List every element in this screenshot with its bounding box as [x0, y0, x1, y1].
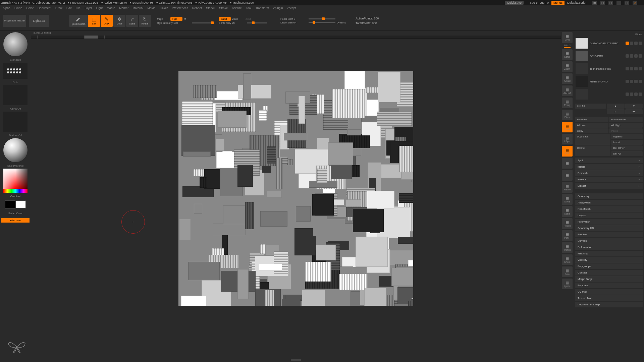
persp-button[interactable]: ▦Persp [562, 98, 573, 108]
arrow-right-icon[interactable]: ▸ [607, 109, 625, 114]
paste-button[interactable]: Paste [609, 128, 643, 133]
menu-marker[interactable]: Marker [119, 6, 128, 10]
focal-shift-slider[interactable] [309, 18, 335, 19]
menu-draw[interactable]: Draw [55, 6, 62, 10]
subtool-item[interactable]: Medallion.PRO [575, 75, 643, 87]
color-swatch-white[interactable] [16, 200, 26, 208]
zoom-button[interactable]: ▦Zoom [562, 61, 573, 72]
maximize-icon[interactable]: ▢ [625, 1, 629, 5]
insert-button[interactable]: Insert [611, 140, 643, 145]
draw-size-slider[interactable] [309, 22, 335, 23]
mrgb-button[interactable]: Mrgb [157, 17, 169, 20]
projection-master-button[interactable]: Projection Master [3, 15, 26, 27]
edit-mode-button[interactable]: ⬚Edit [88, 15, 100, 27]
quicksave-button[interactable]: QuickSave [505, 1, 524, 5]
rgb-button[interactable]: Rgb [170, 17, 182, 21]
layers-section[interactable]: Layers [575, 213, 643, 218]
ghost-button[interactable]: ▦Ghost [562, 254, 573, 265]
brush-thumbnail[interactable] [3, 32, 28, 56]
local-button[interactable]: ▦Local [562, 122, 573, 132]
visibility-section[interactable]: Visibility [575, 257, 643, 263]
menu-zplugin[interactable]: Zplugin [273, 6, 283, 10]
window-icon-2[interactable]: ▢ [600, 1, 605, 5]
duplicate-button[interactable]: Duplicate [575, 134, 610, 145]
floor-button[interactable]: ▦Floor [562, 110, 573, 120]
extract-dropdown[interactable]: Extract [575, 183, 643, 189]
rgb-intensity-slider[interactable] [192, 22, 212, 23]
menu-stroke[interactable]: Stroke [219, 6, 228, 10]
z-intensity-slider[interactable] [247, 22, 267, 23]
color-picker[interactable] [3, 169, 28, 193]
color-swatch-black[interactable] [5, 200, 15, 208]
alllow-button[interactable]: All Low [575, 123, 608, 128]
scale-button[interactable]: ▦Scale [562, 206, 573, 217]
subtool-item[interactable]: DIAMOND-PLATE-PRO [575, 37, 643, 49]
rotate-mode-button[interactable]: ↻Rotate [139, 15, 151, 27]
split-dropdown[interactable]: Split [575, 158, 643, 163]
list-all-button[interactable]: List All [575, 104, 606, 109]
xyz-button[interactable]: ▦XYZ [562, 146, 573, 157]
rt-10-button[interactable]: ▦ [562, 158, 573, 169]
lsym-button[interactable]: ▦LSym [562, 134, 573, 144]
menu-movie[interactable]: Movie [147, 6, 155, 10]
canvas[interactable]: 0.999,-0.999,0 [31, 31, 561, 362]
subtool-item[interactable] [575, 88, 643, 100]
bottom-handle-icon[interactable] [291, 359, 301, 361]
contact-section[interactable]: Contact [575, 270, 643, 276]
menu-picker[interactable]: Picker [159, 6, 168, 10]
menu-alpha[interactable]: Alpha [3, 6, 10, 10]
window-icon-3[interactable]: ▢ [608, 1, 613, 5]
menu-tool[interactable]: Tool [246, 6, 252, 10]
stroke-thumbnail[interactable] [3, 63, 28, 79]
menu-file[interactable]: File [76, 6, 81, 10]
menu-preferences[interactable]: Preferences [172, 6, 188, 10]
move-button[interactable]: ▦Move [562, 194, 573, 205]
focal-shift-label[interactable]: Focal Shift 0 [280, 17, 307, 20]
switchcolor-button[interactable]: SwitchColor [1, 211, 30, 216]
lightbox-button[interactable]: LightBox [29, 15, 49, 27]
arrow-down-icon[interactable]: ▼ [625, 104, 643, 109]
material-thumbnail[interactable] [3, 138, 28, 162]
allhigh-button[interactable]: All High [609, 123, 643, 128]
morph-target-section[interactable]: Morph Target [575, 276, 643, 282]
zcut-button[interactable]: Zcut [246, 17, 258, 20]
subtool-item[interactable]: Tech-Panels-PRO [575, 63, 643, 75]
alpha-thumbnail[interactable] [3, 85, 28, 105]
scale-mode-button[interactable]: ⤢Scale [126, 15, 138, 27]
copy-button[interactable]: Copy [575, 128, 608, 133]
close-icon[interactable]: ✕ [633, 1, 637, 5]
dynamic-label[interactable]: Dynamic [337, 21, 349, 24]
menu-render[interactable]: Render [192, 6, 202, 10]
z-intensity-label[interactable]: Z Intensity 25 [219, 21, 246, 24]
texture-map-section[interactable]: Texture Map [575, 295, 643, 301]
actual-button[interactable]: ▦Actual [562, 73, 573, 84]
polyf-button[interactable]: ▦PolyF [562, 230, 573, 241]
texture-thumbnail[interactable] [3, 112, 28, 132]
rt-11-button[interactable]: ▦ [562, 170, 573, 181]
minimize-icon[interactable]: − [616, 1, 621, 5]
menu-stencil[interactable]: Stencil [206, 6, 215, 10]
menu-material[interactable]: Material [132, 6, 143, 10]
draw-mode-button[interactable]: ✎Draw [101, 15, 113, 27]
autoreorder-button[interactable]: AutoReorder [609, 117, 643, 122]
masking-section[interactable]: Masking [575, 251, 643, 256]
menu-brush[interactable]: Brush [14, 6, 22, 10]
aahalf-button[interactable]: ▦AAHalf [562, 85, 573, 96]
menu-color[interactable]: Color [26, 6, 34, 10]
merge-dropdown[interactable]: Merge [575, 164, 643, 170]
bpr-button[interactable]: ▦BPR [562, 32, 573, 43]
rotate-button[interactable]: ▦Rotate [562, 218, 573, 229]
arrow-up-icon[interactable]: ▲ [607, 104, 625, 109]
menu-texture[interactable]: Texture [232, 6, 242, 10]
preview-section[interactable]: Preview [575, 232, 643, 237]
delete-button[interactable]: Delete [575, 145, 610, 156]
menu-light[interactable]: Light [96, 6, 103, 10]
solo-button[interactable]: ▦Solo [562, 266, 573, 277]
arrow-swap-icon[interactable]: ⇄ [625, 109, 643, 114]
menu-document[interactable]: Document [38, 6, 51, 10]
xpose-button[interactable]: ▦Xpose [562, 279, 573, 289]
move-mode-button[interactable]: ✥Move [113, 15, 125, 27]
delall-button[interactable]: Del All [611, 151, 643, 156]
menus-button[interactable]: Menus [551, 1, 565, 5]
project-dropdown[interactable]: Project [575, 177, 643, 182]
